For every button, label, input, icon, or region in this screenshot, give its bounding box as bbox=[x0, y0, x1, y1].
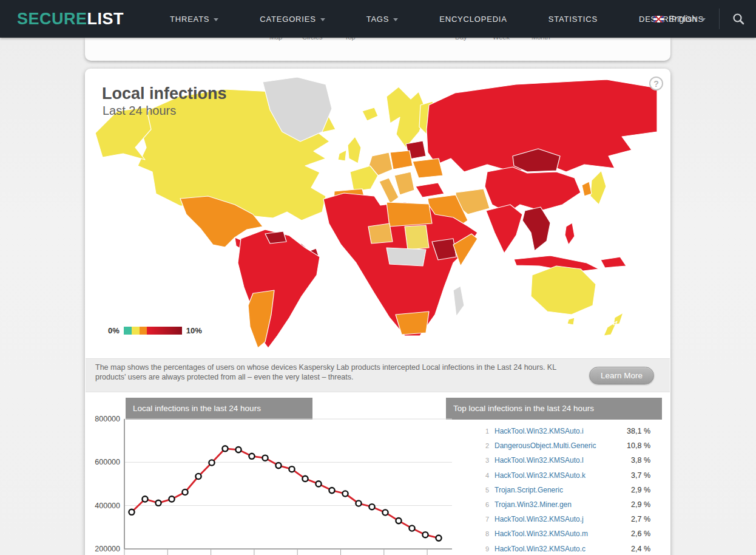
infection-share: 2,4 % bbox=[631, 545, 650, 553]
nav-item-statistics[interactable]: STATISTICS bbox=[548, 9, 598, 30]
data-point[interactable] bbox=[409, 525, 414, 531]
data-point[interactable] bbox=[382, 509, 388, 515]
info-text: The map shows the percentages of users o… bbox=[95, 363, 565, 382]
region-south-africa[interactable] bbox=[396, 312, 429, 335]
top-infections-list: 1HackTool.Win32.KMSAuto.i38,1 %2Dangerou… bbox=[481, 424, 650, 555]
region-korea[interactable] bbox=[582, 182, 592, 196]
data-point[interactable] bbox=[396, 518, 401, 523]
period-month[interactable]: Month bbox=[532, 38, 550, 41]
infection-name-link[interactable]: HackTool.Win32.KMSAuto.i bbox=[494, 427, 627, 435]
data-point[interactable] bbox=[142, 496, 147, 502]
data-point[interactable] bbox=[289, 466, 294, 472]
nav-item-categories[interactable]: CATEGORIES bbox=[260, 9, 325, 30]
region-uk[interactable] bbox=[348, 137, 361, 163]
infection-name-link[interactable]: HackTool.Win32.KMSAuto.j bbox=[494, 515, 631, 523]
nav-menu: THREATSCATEGORIESTAGSENCYCLOPEDIASTATIST… bbox=[149, 9, 724, 30]
region-sahel[interactable] bbox=[368, 223, 393, 243]
data-point[interactable] bbox=[155, 500, 161, 506]
region-poland[interactable] bbox=[390, 151, 413, 169]
region-italy[interactable] bbox=[379, 178, 399, 203]
chevron-down-icon bbox=[393, 18, 398, 21]
language-label: English bbox=[669, 14, 697, 24]
data-point[interactable] bbox=[249, 454, 254, 459]
region-papua-new-guinea[interactable] bbox=[601, 257, 626, 268]
infection-rank: 1 bbox=[481, 427, 489, 435]
region-japan[interactable] bbox=[590, 171, 606, 205]
region-new-zealand[interactable] bbox=[604, 313, 623, 336]
top-infection-row: 1HackTool.Win32.KMSAuto.i38,1 % bbox=[481, 424, 650, 438]
data-point[interactable] bbox=[436, 536, 441, 541]
legend-gradient-bar bbox=[124, 327, 182, 335]
map-title: Local infections bbox=[102, 84, 227, 103]
infection-share: 2,9 % bbox=[631, 500, 650, 509]
region-ireland[interactable] bbox=[338, 150, 346, 161]
infection-name-link[interactable]: Trojan.Win32.Miner.gen bbox=[494, 500, 631, 509]
data-point[interactable] bbox=[195, 474, 201, 479]
data-point[interactable] bbox=[422, 532, 428, 537]
infection-name-link[interactable]: HackTool.Win32.KMSAuto.c bbox=[494, 545, 631, 553]
infection-name-link[interactable]: DangerousObject.Multi.Generic bbox=[494, 441, 627, 450]
data-point[interactable] bbox=[316, 481, 321, 486]
help-icon[interactable]: ? bbox=[649, 77, 663, 90]
securelist-logo[interactable]: SECURELIST bbox=[17, 10, 124, 29]
infection-share: 2,7 % bbox=[631, 515, 650, 523]
region-china[interactable] bbox=[485, 167, 581, 213]
chevron-down-icon bbox=[320, 18, 325, 21]
data-point[interactable] bbox=[342, 491, 348, 496]
infection-rank: 3 bbox=[481, 457, 489, 464]
data-point[interactable] bbox=[182, 489, 187, 495]
region-balkans[interactable] bbox=[394, 172, 414, 195]
top-infection-row: 5Trojan.Script.Generic2,9 % bbox=[481, 483, 650, 497]
data-point[interactable] bbox=[369, 504, 374, 509]
data-point[interactable] bbox=[129, 509, 134, 515]
search-button[interactable] bbox=[719, 9, 745, 29]
region-madagascar[interactable] bbox=[453, 286, 464, 316]
region-philippines[interactable] bbox=[565, 223, 575, 245]
top-infection-row: 3HackTool.Win32.KMSAuto.l3,8 % bbox=[481, 453, 650, 468]
view-mode-top[interactable]: Top bbox=[345, 38, 356, 41]
top-infection-row: 4HackTool.Win32.KMSAuto.k3,7 % bbox=[481, 468, 650, 483]
region-central-africa[interactable] bbox=[386, 248, 426, 266]
nav-item-label: TAGS bbox=[366, 15, 390, 24]
view-mode-circles[interactable]: Circles bbox=[302, 38, 323, 41]
period-week[interactable]: Week bbox=[493, 38, 510, 41]
data-point[interactable] bbox=[222, 446, 228, 451]
region-turkey[interactable] bbox=[416, 183, 444, 197]
data-point[interactable] bbox=[169, 496, 174, 502]
view-mode-map[interactable]: Map bbox=[269, 38, 282, 41]
region-sudan[interactable] bbox=[405, 225, 429, 250]
nav-item-label: ENCYCLOPEDIA bbox=[439, 15, 507, 24]
infection-name-link[interactable]: HackTool.Win32.KMSAuto.l bbox=[494, 456, 631, 465]
data-point[interactable] bbox=[275, 463, 281, 468]
nav-item-encyclopedia[interactable]: ENCYCLOPEDIA bbox=[439, 9, 507, 30]
nav-item-threats[interactable]: THREATS bbox=[170, 9, 218, 30]
region-libya-egypt[interactable] bbox=[386, 202, 432, 226]
y-axis-label: 600000 bbox=[95, 458, 120, 466]
region-south-america[interactable] bbox=[238, 230, 320, 348]
nav-item-tags[interactable]: TAGS bbox=[366, 9, 399, 30]
data-point[interactable] bbox=[235, 447, 241, 452]
infection-share: 38,1 % bbox=[627, 427, 650, 435]
infection-rank: 2 bbox=[481, 442, 489, 449]
region-ukraine[interactable] bbox=[413, 158, 443, 178]
logo-primary: SECURE bbox=[17, 10, 87, 28]
region-india[interactable] bbox=[486, 205, 522, 253]
learn-more-button[interactable]: Learn More bbox=[589, 367, 654, 384]
region-indochina[interactable] bbox=[522, 207, 550, 251]
data-point[interactable] bbox=[302, 476, 308, 482]
infection-name-link[interactable]: Trojan.Script.Generic bbox=[494, 486, 631, 494]
data-point[interactable] bbox=[262, 455, 268, 461]
data-point[interactable] bbox=[209, 460, 214, 465]
data-point[interactable] bbox=[329, 488, 334, 493]
region-iceland[interactable] bbox=[362, 107, 378, 121]
infection-name-link[interactable]: HackTool.Win32.KMSAuto.k bbox=[494, 471, 631, 480]
region-australia[interactable] bbox=[531, 266, 596, 325]
y-axis-label: 200000 bbox=[95, 545, 120, 553]
data-point[interactable] bbox=[356, 500, 361, 506]
infection-share: 2,6 % bbox=[631, 529, 650, 538]
y-axis-label: 400000 bbox=[95, 502, 120, 510]
period-day[interactable]: Day bbox=[455, 38, 467, 41]
language-selector[interactable]: English bbox=[653, 14, 719, 24]
infection-name-link[interactable]: HackTool.Win32.KMSAuto.m bbox=[494, 529, 631, 538]
nav-item-label: THREATS bbox=[170, 15, 209, 24]
